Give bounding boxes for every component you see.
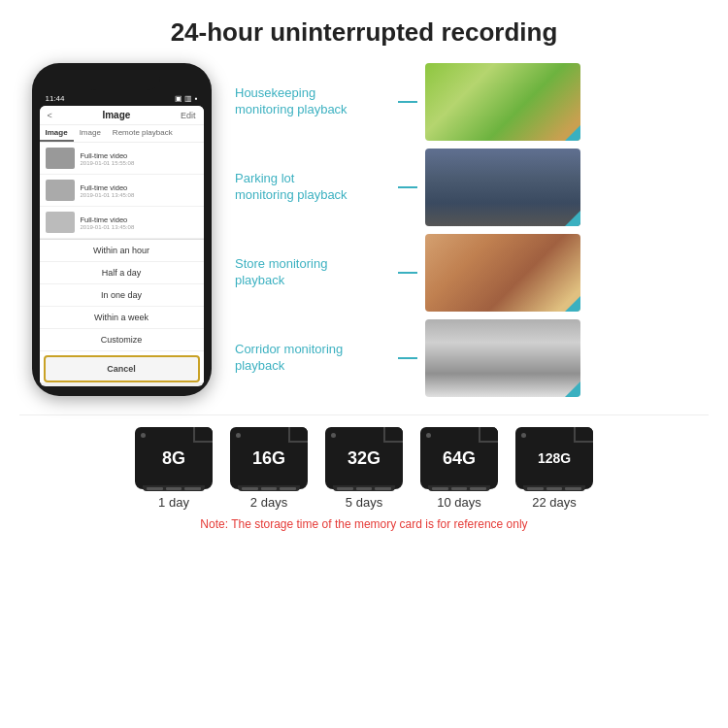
phone-tabs: Image Image Remote playback [40,125,204,143]
sd-dot-3 [331,433,336,438]
phone-item-date-1: 2019-01-01 15:55:08 [81,160,135,166]
sd-days-8g: 1 day [158,495,189,510]
connector-3 [398,272,417,274]
phone-status-bar: 11:44 ▣ ▥ ▪ [40,94,204,103]
sd-label-32g: 32G [347,448,381,469]
sd-card-128g: 128G [515,427,593,489]
sd-card-item-8g: 8G 1 day [135,427,213,510]
sd-label-8g: 8G [162,448,185,469]
phone-thumb-3 [46,212,75,233]
sd-cards-row: 8G 1 day 16G 2 days [135,427,593,510]
monitoring-img-store [425,234,580,312]
monitoring-label-2: Parking lotmonitoring playback [235,171,390,204]
phone-icons: ▣ ▥ ▪ [175,94,197,103]
dropdown-item-within-hour[interactable]: Within an hour [40,240,204,262]
sd-notch-5 [523,485,585,491]
phone-edit[interactable]: Edit [181,111,196,120]
phone-dropdown: Within an hour Half a day In one day Wit… [40,239,204,382]
phone-tab-remote[interactable]: Remote playback [107,125,179,142]
monitoring-img-parking [425,149,580,226]
sd-days-16g: 2 days [250,495,287,510]
phone-thumb-2 [46,180,75,201]
dropdown-item-customize[interactable]: Customize [40,329,204,351]
phone-item-title-2: Full-time video [81,183,135,192]
sd-card-item-32g: 32G 5 days [325,427,403,510]
monitoring-row-2: Parking lotmonitoring playback [235,149,709,226]
phone-mockup: 11:44 ▣ ▥ ▪ < Image Edit Image Image Rem… [19,63,223,396]
sd-label-64g: 64G [443,448,476,469]
monitoring-img-kids [425,63,580,141]
dropdown-item-week[interactable]: Within a week [40,307,204,329]
corner-mark-1 [565,125,580,141]
monitoring-label-4: Corridor monitoringplayback [235,342,390,375]
list-item: Full-time video 2019-01-01 15:55:08 [40,143,204,175]
phone-item-date-2: 2019-01-01 13:45:08 [81,192,135,198]
connector-1 [398,101,417,103]
phone-item-title-3: Full-time video [81,215,135,224]
dropdown-item-half-day[interactable]: Half a day [40,262,204,284]
monitoring-img-corridor [425,319,580,397]
connector-4 [398,357,417,359]
list-item: Full-time video 2019-01-01 13:45:08 [40,207,204,239]
monitoring-row-3: Store monitoringplayback [235,234,709,312]
sd-days-32g: 5 days [346,495,382,510]
sd-dot-1 [141,433,146,438]
note-text: Note: The storage time of the memory car… [200,517,527,531]
sd-notch-3 [333,485,395,491]
monitoring-label-3: Store monitoringplayback [235,256,390,289]
monitoring-row-1: Housekeepingmonitoring playback [235,63,709,141]
sd-dot-2 [236,433,241,438]
corner-mark-4 [565,381,580,397]
sd-days-64g: 10 days [437,495,481,510]
sd-card-16g: 16G [230,427,308,489]
sd-label-16g: 16G [252,448,285,469]
phone-thumb-1 [46,148,75,169]
sd-card-item-64g: 64G 10 days [420,427,498,510]
phone-notch [83,73,160,90]
sd-notch-1 [143,485,205,491]
monitoring-row-4: Corridor monitoringplayback [235,319,709,397]
sd-notch-4 [428,485,490,491]
sd-card-item-128g: 128G 22 days [515,427,593,510]
phone-screen: < Image Edit Image Image Remote playback… [40,106,204,386]
dropdown-item-one-day[interactable]: In one day [40,284,204,307]
phone-header: < Image Edit [40,106,204,125]
connector-2 [398,186,417,188]
sd-card-8g: 8G [135,427,213,489]
monitoring-section: Housekeepingmonitoring playback Parking … [223,63,709,397]
phone-item-date-3: 2019-01-01 13:45:08 [81,224,135,230]
sd-card-item-16g: 16G 2 days [230,427,308,510]
phone-cancel-button[interactable]: Cancel [44,355,200,382]
phone-back[interactable]: < [48,111,52,120]
top-section: 11:44 ▣ ▥ ▪ < Image Edit Image Image Rem… [19,63,709,397]
corner-mark-2 [565,211,580,226]
sd-dot-5 [521,433,526,438]
sd-days-128g: 22 days [532,495,577,510]
sd-notch-2 [238,485,300,491]
phone-header-title: Image [102,110,130,120]
phone-tab-image[interactable]: Image [40,125,74,142]
sd-label-128g: 128G [538,450,571,466]
monitoring-label-1: Housekeepingmonitoring playback [235,85,390,118]
list-item: Full-time video 2019-01-01 13:45:08 [40,175,204,207]
phone-item-title-1: Full-time video [81,151,135,160]
sd-card-32g: 32G [325,427,403,489]
phone-time: 11:44 [46,94,65,103]
page-title: 24-hour uninterrupted recording [171,17,558,48]
bottom-section: 8G 1 day 16G 2 days [19,414,709,531]
corner-mark-3 [565,296,580,312]
sd-dot-4 [426,433,431,438]
sd-card-64g: 64G [420,427,498,489]
phone-tab-image2[interactable]: Image [74,125,107,142]
